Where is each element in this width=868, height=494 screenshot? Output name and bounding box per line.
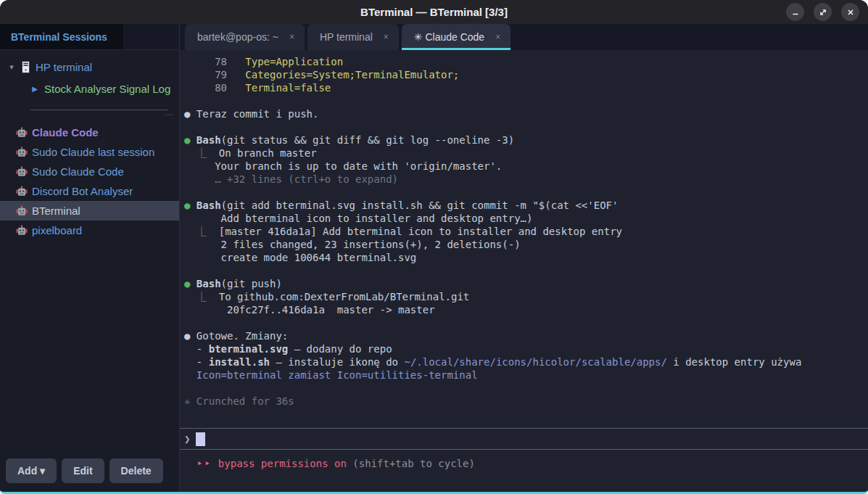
sidebar-header-tab: BTerminal Sessions	[0, 24, 123, 49]
separator-line	[30, 110, 168, 110]
prompt-chevron-icon: ❯	[184, 433, 190, 445]
terminal-line	[184, 120, 864, 133]
separator-dots: …	[165, 107, 175, 118]
permission-mode-label: bypass permissions on	[218, 458, 347, 469]
terminal-line: 2 files changed, 23 insertions(+), 2 del…	[184, 238, 864, 251]
session-item-bterminal[interactable]: BTerminal	[0, 201, 179, 221]
robot-icon	[16, 147, 28, 157]
sidebar-actions: Add ▾ Edit Delete	[0, 452, 179, 492]
minimize-button[interactable]	[786, 3, 804, 21]
terminal-line: ✳ Crunched for 36s	[184, 395, 864, 408]
terminal-line: 80 Terminal=false	[184, 81, 864, 94]
terminal-line: Add bterminal icon to installer and desk…	[184, 212, 864, 225]
terminal-line: ⎿ On branch master	[184, 147, 864, 160]
terminal-line	[184, 316, 864, 329]
terminal-output: 78 Type=Application 79 Categories=System…	[180, 50, 868, 428]
session-item-sudo-claude-last-session[interactable]: Sudo Claude last session	[0, 142, 179, 162]
session-list: Claude CodeSudo Claude last sessionSudo …	[0, 123, 179, 240]
tree-item-stock-analyser-signal-log[interactable]: ▶ Stock Analyser Signal Log	[0, 78, 179, 99]
session-item-label: BTerminal	[32, 205, 80, 217]
session-item-label: Sudo Claude Code	[32, 165, 124, 178]
robot-icon	[16, 205, 28, 216]
tab-hp-terminal[interactable]: HP terminal×	[307, 24, 399, 50]
add-button[interactable]: Add ▾	[6, 458, 57, 483]
tab-label: bartek@pop-os: ~	[197, 31, 278, 43]
terminal-line	[184, 264, 864, 277]
robot-icon	[16, 186, 28, 197]
tab-label: ✳ Claude Code	[414, 31, 484, 43]
terminal-line: Icon=bterminal zamiast Icon=utilities-te…	[184, 369, 864, 382]
sessions-sidebar: BTerminal Sessions ▾ HP terminal ▶ Stock…	[0, 24, 180, 492]
status-hint-text: (shift+tab to cycle)	[352, 458, 475, 469]
tab-close-icon[interactable]: ×	[289, 32, 294, 42]
minimize-icon	[791, 8, 800, 17]
terminal-line: Your branch is up to date with 'origin/m…	[184, 160, 864, 173]
tree-item-hp-terminal[interactable]: ▾ HP terminal	[0, 56, 179, 78]
session-item-sudo-claude-code[interactable]: Sudo Claude Code	[0, 162, 179, 181]
title-bar[interactable]: BTerminal — BTerminal [3/3]	[0, 0, 868, 24]
terminal-line: ● Bash(git add bterminal.svg install.sh …	[184, 199, 864, 212]
status-bar: ‣‣bypass permissions on (shift+tab to cy…	[180, 450, 868, 492]
tab-label: HP terminal	[320, 31, 373, 43]
terminal-line	[184, 382, 864, 395]
tab-close-icon[interactable]: ×	[495, 32, 500, 42]
tab-bar: bartek@pop-os: ~×HP terminal×✳ Claude Co…	[180, 24, 868, 50]
close-icon	[846, 8, 855, 17]
terminal-line: 20fc27f..416da1a master -> master	[184, 303, 864, 316]
tab-claude-code[interactable]: ✳ Claude Code×	[402, 24, 511, 50]
text-cursor	[196, 432, 205, 446]
terminal-line	[184, 186, 864, 199]
terminal-line: ⎿ To github.com:DexterFromLab/BTerminal.…	[184, 290, 864, 303]
terminal-line: ⎿ [master 416da1a] Add bterminal icon to…	[184, 225, 864, 238]
session-item-discord-bot-analyser[interactable]: Discord Bot Analyser	[0, 181, 179, 201]
maximize-icon	[819, 8, 827, 17]
session-item-claude-code[interactable]: Claude Code	[0, 123, 179, 142]
tree-item-label: HP terminal	[36, 61, 92, 73]
terminal-line: ● Teraz commit i push.	[184, 107, 864, 120]
terminal-line: - install.sh — instaluje ikonę do ~/.loc…	[184, 355, 864, 369]
main-content: bartek@pop-os: ~×HP terminal×✳ Claude Co…	[180, 24, 868, 492]
chevron-down-icon[interactable]: ▾	[6, 62, 17, 72]
terminal-line: … +32 lines (ctrl+o to expand)	[184, 173, 864, 186]
app-window: BTerminal — BTerminal [3/3] BTerminal Se…	[0, 0, 868, 494]
robot-icon	[16, 127, 28, 138]
terminal-line: - bterminal.svg — dodany do repo	[184, 342, 864, 355]
claude-code-terminal[interactable]: 78 Type=Application 79 Categories=System…	[180, 50, 868, 492]
sidebar-separator: …	[0, 101, 179, 120]
robot-icon	[16, 166, 28, 177]
edit-button[interactable]: Edit	[62, 458, 104, 483]
tab-close-icon[interactable]: ×	[384, 32, 389, 42]
computer-icon	[22, 61, 30, 73]
session-tree: ▾ HP terminal ▶ Stock Analyser Signal Lo…	[0, 50, 179, 452]
session-item-label: Sudo Claude last session	[32, 146, 154, 158]
tab-bartek-pop-os[interactable]: bartek@pop-os: ~×	[185, 24, 305, 50]
double-arrow-icon: ‣‣	[197, 458, 212, 469]
terminal-line: ● Bash(git push)	[184, 277, 864, 290]
terminal-line: ● Gotowe. Zmiany:	[184, 329, 864, 342]
terminal-line: create mode 100644 bterminal.svg	[184, 251, 864, 264]
sidebar-header: BTerminal Sessions	[0, 24, 179, 50]
terminal-line	[184, 94, 864, 107]
window-body: BTerminal Sessions ▾ HP terminal ▶ Stock…	[0, 24, 868, 492]
close-button[interactable]	[841, 3, 859, 21]
terminal-line: ● Bash(git status && git diff && git log…	[184, 133, 864, 147]
window-controls	[786, 3, 859, 21]
session-item-label: Discord Bot Analyser	[32, 185, 133, 197]
session-item-label: Claude Code	[32, 126, 99, 139]
robot-icon	[16, 225, 28, 236]
prompt-input[interactable]: ❯	[180, 428, 868, 450]
session-item-pixelboard[interactable]: pixelboard	[0, 221, 179, 240]
terminal-line: 78 Type=Application	[184, 55, 864, 68]
session-item-label: pixelboard	[32, 224, 82, 236]
play-icon[interactable]: ▶	[29, 85, 41, 93]
window-title: BTerminal — BTerminal [3/3]	[0, 6, 868, 18]
delete-button[interactable]: Delete	[109, 458, 163, 483]
maximize-button[interactable]	[814, 3, 832, 21]
terminal-line: 79 Categories=System;TerminalEmulator;	[184, 68, 864, 81]
tree-item-label: Stock Analyser Signal Log	[44, 83, 170, 95]
